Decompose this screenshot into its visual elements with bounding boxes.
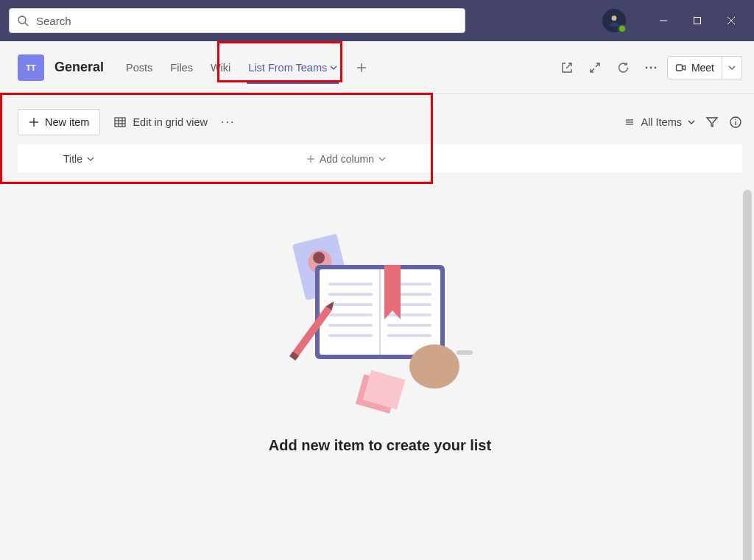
column-title[interactable]: Title bbox=[63, 153, 306, 165]
search-input[interactable]: Search bbox=[9, 8, 465, 33]
user-avatar[interactable] bbox=[602, 9, 626, 32]
grid-icon bbox=[113, 116, 127, 129]
meet-button[interactable]: Meet bbox=[667, 56, 742, 79]
add-tab-button[interactable] bbox=[349, 55, 374, 80]
channel-name: General bbox=[54, 60, 104, 75]
title-bar: Search bbox=[0, 0, 754, 41]
empty-state: Add new item to create your list bbox=[18, 225, 742, 454]
tab-label: Posts bbox=[126, 62, 152, 74]
column-title-label: Title bbox=[63, 153, 82, 165]
meet-label: Meet bbox=[691, 62, 714, 74]
meet-dropdown[interactable] bbox=[722, 57, 741, 79]
scrollbar-thumb[interactable] bbox=[743, 190, 752, 560]
new-item-label: New item bbox=[45, 116, 89, 128]
list-toolbar: New item Edit in grid view ··· All Items bbox=[18, 106, 742, 138]
svg-point-14 bbox=[654, 66, 656, 68]
info-icon[interactable] bbox=[729, 116, 742, 129]
team-icon[interactable]: TT bbox=[18, 54, 44, 81]
tab-label: Wiki bbox=[211, 62, 230, 74]
svg-point-29 bbox=[735, 119, 736, 120]
empty-state-illustration bbox=[269, 225, 490, 417]
scrollbar[interactable] bbox=[743, 190, 752, 560]
svg-point-2 bbox=[612, 15, 617, 21]
svg-rect-54 bbox=[457, 350, 473, 355]
filter-icon[interactable] bbox=[705, 116, 719, 129]
svg-rect-18 bbox=[115, 118, 125, 127]
chevron-down-icon bbox=[378, 155, 386, 163]
view-label: All Items bbox=[641, 116, 682, 128]
svg-point-13 bbox=[649, 66, 652, 68]
window-close[interactable] bbox=[714, 0, 748, 41]
svg-point-53 bbox=[409, 344, 459, 389]
chevron-down-icon bbox=[688, 118, 695, 126]
svg-line-1 bbox=[25, 23, 28, 26]
plus-icon bbox=[29, 117, 39, 127]
edit-grid-label: Edit in grid view bbox=[133, 116, 208, 128]
expand-icon[interactable] bbox=[583, 56, 607, 79]
view-selector[interactable]: All Items bbox=[624, 116, 695, 128]
svg-rect-15 bbox=[676, 65, 682, 71]
search-placeholder: Search bbox=[36, 15, 71, 27]
tab-label: List From Teams bbox=[248, 62, 327, 74]
presence-available-icon bbox=[618, 24, 627, 33]
search-icon bbox=[17, 15, 29, 26]
chevron-down-icon bbox=[87, 155, 94, 163]
tab-label: Files bbox=[170, 62, 193, 74]
new-item-button[interactable]: New item bbox=[18, 109, 100, 135]
channel-header: TT General Posts Files Wiki List From Te… bbox=[0, 41, 754, 94]
window-maximize[interactable] bbox=[680, 0, 714, 41]
list-icon bbox=[624, 117, 635, 127]
tab-wiki[interactable]: Wiki bbox=[202, 41, 239, 94]
more-icon[interactable] bbox=[639, 56, 663, 79]
toolbar-more[interactable]: ··· bbox=[221, 116, 235, 129]
edit-grid-view-button[interactable]: Edit in grid view bbox=[113, 109, 208, 135]
svg-line-11 bbox=[591, 68, 594, 72]
svg-line-9 bbox=[566, 63, 571, 68]
add-column-label: Add column bbox=[320, 153, 374, 165]
refresh-icon[interactable] bbox=[611, 56, 635, 79]
list-area: New item Edit in grid view ··· All Items… bbox=[0, 94, 754, 560]
svg-rect-4 bbox=[694, 18, 701, 24]
empty-state-message: Add new item to create your list bbox=[269, 437, 491, 454]
add-column-button[interactable]: Add column bbox=[306, 153, 386, 165]
svg-line-10 bbox=[596, 63, 599, 67]
tab-list-from-teams[interactable]: List From Teams bbox=[239, 41, 346, 94]
svg-marker-26 bbox=[707, 118, 717, 127]
channel-tabs: Posts Files Wiki List From Teams bbox=[117, 41, 374, 94]
tab-files[interactable]: Files bbox=[161, 41, 202, 94]
chevron-down-icon bbox=[330, 64, 337, 71]
columns-header: Title Add column bbox=[18, 144, 742, 174]
plus-icon bbox=[306, 155, 315, 163]
open-external-icon[interactable] bbox=[555, 56, 579, 79]
svg-point-0 bbox=[18, 16, 26, 24]
search-wrap: Search bbox=[9, 8, 465, 33]
header-actions: Meet bbox=[555, 56, 742, 79]
window-minimize[interactable] bbox=[646, 0, 680, 41]
video-icon bbox=[675, 62, 687, 74]
svg-point-12 bbox=[645, 66, 647, 68]
tab-posts[interactable]: Posts bbox=[117, 41, 161, 94]
